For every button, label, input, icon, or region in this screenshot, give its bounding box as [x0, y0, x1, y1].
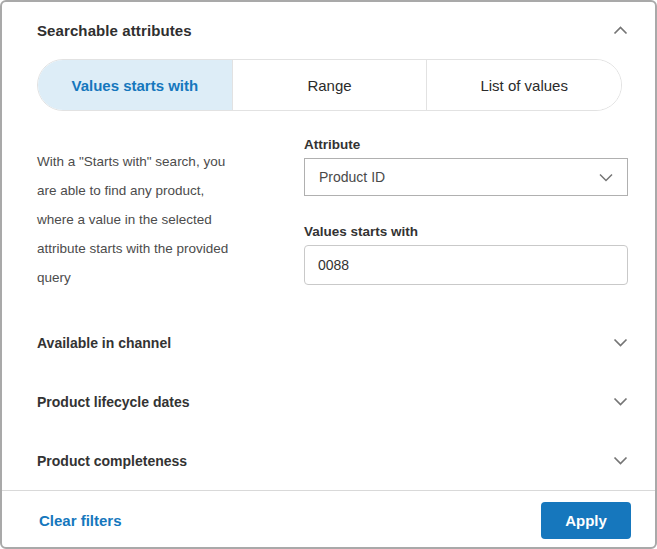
- section-title: Searchable attributes: [37, 22, 192, 39]
- tab-values-starts-with[interactable]: Values starts with: [38, 60, 232, 110]
- section-product-completeness[interactable]: Product completeness: [2, 431, 655, 490]
- chevron-down-icon: [613, 338, 628, 347]
- values-starts-with-label: Values starts with: [304, 224, 628, 239]
- section-product-lifecycle-dates[interactable]: Product lifecycle dates: [2, 372, 655, 431]
- chevron-down-icon: [613, 456, 628, 465]
- attribute-select[interactable]: Product ID: [304, 158, 628, 196]
- attribute-label: Attribute: [304, 137, 628, 152]
- section-label: Product lifecycle dates: [37, 394, 190, 410]
- apply-button[interactable]: Apply: [541, 502, 631, 539]
- description-line: query: [37, 263, 269, 292]
- search-mode-tabbar: Values starts with Range List of values: [37, 59, 622, 111]
- filter-sections: Available in channel Product lifecycle d…: [2, 313, 655, 490]
- section-label: Available in channel: [37, 335, 171, 351]
- chevron-up-icon[interactable]: [613, 26, 628, 35]
- searchable-attributes-header[interactable]: Searchable attributes: [2, 2, 655, 39]
- chevron-down-icon: [613, 397, 628, 406]
- section-label: Product completeness: [37, 453, 187, 469]
- filter-panel: Searchable attributes Values starts with…: [0, 0, 657, 549]
- starts-with-description: With a "Starts with" search, you are abl…: [37, 137, 269, 292]
- description-line: With a "Starts with" search, you: [37, 147, 269, 176]
- description-line: attribute starts with the provided: [37, 234, 269, 263]
- tab-range[interactable]: Range: [232, 60, 427, 110]
- values-starts-with-input[interactable]: [304, 245, 628, 285]
- description-line: where a value in the selected: [37, 205, 269, 234]
- description-line: are able to find any product,: [37, 176, 269, 205]
- starts-with-form: Attribute Product ID Values starts with: [304, 137, 628, 292]
- tab-list-of-values[interactable]: List of values: [426, 60, 621, 110]
- clear-filters-link[interactable]: Clear filters: [39, 512, 122, 529]
- section-available-in-channel[interactable]: Available in channel: [2, 313, 655, 372]
- starts-with-content: With a "Starts with" search, you are abl…: [2, 111, 655, 292]
- filter-footer: Clear filters Apply: [2, 490, 655, 549]
- attribute-selected-value: Product ID: [319, 169, 385, 185]
- chevron-down-icon: [599, 173, 613, 182]
